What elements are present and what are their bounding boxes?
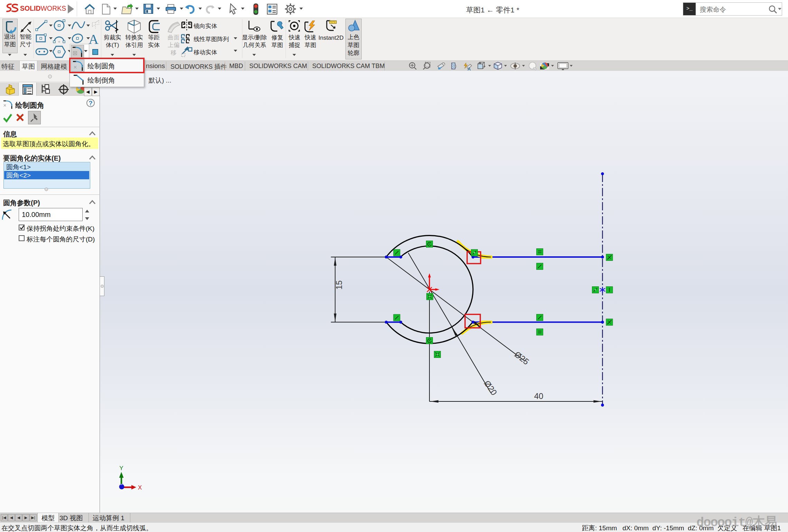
svg-text:X: X bbox=[138, 484, 142, 491]
svg-text:Ø25: Ø25 bbox=[513, 350, 531, 367]
svg-text:Y: Y bbox=[119, 465, 123, 472]
svg-text:默认) ...: 默认) ... bbox=[148, 77, 171, 84]
svg-text:15: 15 bbox=[334, 281, 344, 290]
svg-text:40: 40 bbox=[534, 391, 544, 401]
svg-text:Ø20: Ø20 bbox=[482, 379, 499, 397]
svg-text:A: A bbox=[467, 66, 471, 71]
svg-text:SOLIDWORKS: SOLIDWORKS bbox=[20, 4, 66, 12]
